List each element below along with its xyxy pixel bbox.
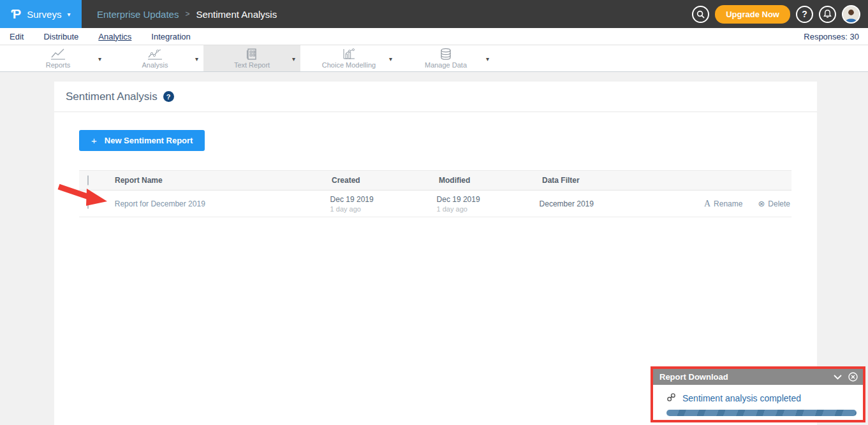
help-question-icon[interactable]: ? xyxy=(163,91,174,102)
nav-tab-distribute[interactable]: Distribute xyxy=(43,32,78,41)
toolbar-item-choice-modelling[interactable]: Choice Modelling ▾ xyxy=(300,45,397,71)
database-icon xyxy=(439,48,452,61)
help-icon[interactable]: ? xyxy=(796,6,813,23)
table-header-row: Report Name Created Modified Data Filter xyxy=(79,170,791,191)
chevron-down-icon: ▾ xyxy=(67,11,70,18)
toolbar-item-analysis[interactable]: Analysis ▾ xyxy=(107,45,203,71)
plus-icon: + xyxy=(91,135,97,146)
column-header-report-name: Report Name xyxy=(115,176,332,185)
chevron-down-icon[interactable]: ▾ xyxy=(292,55,295,62)
toolbar-item-manage-data[interactable]: Manage Data ▾ xyxy=(397,45,494,71)
scatter-chart-icon xyxy=(147,48,163,61)
nav-tab-integration[interactable]: Integration xyxy=(151,32,190,41)
chevron-down-icon[interactable]: ▾ xyxy=(486,55,489,62)
modified-relative-time: 1 day ago xyxy=(437,205,540,213)
breadcrumb-survey-name[interactable]: Enterprise Updates xyxy=(97,9,179,20)
toolbar-item-label: Manage Data xyxy=(425,61,467,69)
created-date: Dec 19 2019 xyxy=(330,195,437,204)
questionpro-logo-icon: Ƥ xyxy=(11,7,22,22)
new-sentiment-report-button[interactable]: + New Sentiment Report xyxy=(79,130,205,151)
nav-tab-analytics[interactable]: Analytics xyxy=(98,32,131,41)
line-chart-icon xyxy=(50,48,66,61)
breadcrumb: Enterprise Updates > Sentiment Analysis xyxy=(97,9,277,20)
download-completed-label: Sentiment analysis completed xyxy=(682,393,801,403)
link-chain-icon xyxy=(666,393,676,404)
search-icon[interactable] xyxy=(692,6,709,23)
choice-modelling-icon xyxy=(342,48,356,61)
breadcrumb-separator-icon: > xyxy=(185,10,189,18)
report-download-title: Report Download xyxy=(659,372,728,382)
column-header-data-filter: Data Filter xyxy=(542,176,708,185)
nav-tab-edit[interactable]: Edit xyxy=(10,32,24,41)
delete-label: Delete xyxy=(768,199,790,208)
delete-circle-x-icon: ⊗ xyxy=(758,199,765,208)
rename-button[interactable]: A Rename xyxy=(704,199,742,209)
toolbar-item-reports[interactable]: Reports ▾ xyxy=(10,45,107,71)
report-download-header[interactable]: Report Download xyxy=(653,369,863,385)
notifications-bell-icon[interactable] xyxy=(819,6,836,23)
row-checkbox[interactable] xyxy=(87,199,89,209)
user-avatar[interactable] xyxy=(842,5,860,24)
toolbar-item-label: Choice Modelling xyxy=(322,61,376,69)
text-report-icon xyxy=(246,48,258,61)
reports-table: Report Name Created Modified Data Filter… xyxy=(79,170,791,217)
column-header-modified: Modified xyxy=(439,176,542,185)
toolbar-item-label: Reports xyxy=(46,61,71,69)
page-title: Sentiment Analysis xyxy=(66,90,158,103)
report-download-panel: Report Download Sentiment analysis compl… xyxy=(651,366,865,422)
rename-letter-icon: A xyxy=(704,199,710,209)
topbar-actions: Upgrade Now ? xyxy=(692,5,868,24)
modified-date: Dec 19 2019 xyxy=(437,195,540,204)
sentiment-analysis-page: { "topbar": { "logo_glyph": "Ƥ", "produc… xyxy=(0,0,868,425)
download-completed-link[interactable]: Sentiment analysis completed xyxy=(666,393,854,404)
rename-label: Rename xyxy=(714,199,742,208)
delete-button[interactable]: ⊗ Delete xyxy=(758,199,790,209)
analytics-toolbar: Reports ▾ Analysis ▾ Text Report ▾ Choic… xyxy=(0,45,868,72)
product-name: Surveys xyxy=(27,9,61,20)
chevron-down-icon[interactable]: ▾ xyxy=(389,55,392,62)
chevron-down-icon[interactable]: ▾ xyxy=(98,55,101,62)
new-report-button-label: New Sentiment Report xyxy=(105,136,193,145)
toolbar-item-label: Text Report xyxy=(234,61,270,69)
select-all-checkbox[interactable] xyxy=(87,175,89,185)
upgrade-now-button[interactable]: Upgrade Now xyxy=(715,5,790,24)
close-icon[interactable] xyxy=(848,372,858,382)
survey-nav-bar: Edit Distribute Analytics Integration Re… xyxy=(0,28,868,45)
toolbar-item-text-report[interactable]: Text Report ▾ xyxy=(203,45,300,71)
table-row: Report for December 2019 Dec 19 2019 1 d… xyxy=(79,191,791,217)
download-progress-bar xyxy=(666,410,857,416)
report-name-link[interactable]: Report for December 2019 xyxy=(115,199,205,208)
breadcrumb-current-page: Sentiment Analysis xyxy=(196,9,277,20)
report-download-body: Sentiment analysis completed xyxy=(653,385,863,416)
top-bar: Ƥ Surveys ▾ Enterprise Updates > Sentime… xyxy=(0,0,868,28)
created-relative-time: 1 day ago xyxy=(330,205,437,213)
column-header-created: Created xyxy=(332,176,439,185)
panel-header: Sentiment Analysis ? xyxy=(54,82,817,112)
responses-count[interactable]: Responses: 30 xyxy=(804,32,868,41)
toolbar-item-label: Analysis xyxy=(142,61,168,69)
collapse-chevron-icon[interactable] xyxy=(834,375,842,380)
chevron-down-icon[interactable]: ▾ xyxy=(195,55,198,62)
data-filter-value: December 2019 xyxy=(540,199,594,208)
surveys-product-menu[interactable]: Ƥ Surveys ▾ xyxy=(0,0,82,28)
